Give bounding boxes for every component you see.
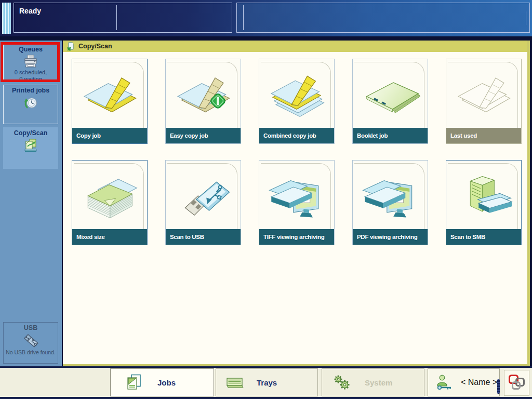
tab-label: System (365, 378, 392, 387)
tab-jobs[interactable]: Jobs (110, 368, 214, 396)
tile-copy-job[interactable]: Copy job (72, 59, 148, 144)
usb-stick-outline-icon (21, 333, 40, 349)
tile-label: Booklet job (353, 128, 428, 143)
copy-scan-icon (22, 138, 39, 153)
app-switch-button[interactable] (504, 370, 529, 396)
bottom-bar: Jobs Trays System < Name > (0, 366, 532, 399)
combined-copy-job-icon (267, 70, 327, 118)
main-header-title: Copy/Scan (78, 43, 112, 50)
sidebar-item-usb: USB No USB drive found. (3, 322, 58, 364)
tab-label: Trays (257, 378, 277, 387)
tile-combined-copy-job[interactable]: Combined copy job (259, 59, 335, 144)
usb-stick-icon (173, 171, 233, 220)
overlapping-windows-icon (507, 374, 527, 392)
scan-to-monitor-icon (360, 171, 420, 220)
tile-art (260, 60, 334, 128)
tile-art (353, 161, 427, 229)
main-panel: Copy/Scan Copy job Easy copy job Combine… (63, 41, 530, 366)
sidebar-item-queues[interactable]: Queues 0 scheduled,0 waiting (3, 44, 58, 81)
tile-label: PDF viewing archiving (353, 229, 428, 245)
scan-to-monitor-icon (267, 171, 327, 220)
main-header: Copy/Scan (63, 41, 527, 52)
user-login-button[interactable]: < Name > (428, 368, 500, 396)
sidebar-item-subtext: No USB drive found. (6, 349, 56, 356)
tile-scan-to-smb[interactable]: Scan to SMB (446, 160, 522, 245)
user-name-label: < Name > (461, 378, 497, 387)
tile-grid: Copy job Easy copy job Combined copy job… (63, 52, 527, 245)
tile-art (73, 161, 147, 229)
printer-status-text: Ready (19, 7, 41, 15)
sidebar-item-label: Copy/Scan (14, 128, 48, 137)
tile-label: Mixed size (72, 229, 147, 245)
sidebar-item-subtext: 0 scheduled, (15, 69, 47, 76)
tile-art (447, 60, 521, 128)
sidebar-item-label: USB (24, 323, 37, 331)
sidebar-item-subtext: 0 waiting (19, 76, 42, 83)
scan-to-server-icon (454, 171, 514, 220)
tile-art (260, 161, 334, 229)
mixed-size-icon (79, 171, 140, 220)
tile-label: Scan to SMB (446, 229, 521, 245)
user-key-icon (435, 374, 454, 391)
tab-label: Jobs (157, 378, 176, 387)
tile-label: Scan to USB (166, 229, 241, 245)
jobs-icon (125, 374, 144, 391)
tab-trays[interactable]: Trays (216, 368, 318, 396)
tile-pdf-viewing-archiving[interactable]: PDF viewing archiving (352, 160, 428, 245)
stripes-decoration (2, 3, 11, 34)
sidebar-item-printed-jobs[interactable]: Printed jobs (3, 85, 58, 124)
copy-job-icon (79, 70, 140, 118)
last-used-icon (454, 70, 514, 118)
sidebar-item-label: Printed jobs (12, 85, 49, 94)
separator-grip (497, 379, 500, 394)
new-document-icon (66, 42, 75, 51)
easy-copy-job-icon (173, 70, 233, 118)
tile-label: Last used (446, 128, 521, 143)
tile-art (73, 60, 147, 128)
tile-scan-to-usb[interactable]: Scan to USB (165, 160, 241, 245)
printer-status-panel: Ready (14, 3, 232, 33)
sidebar-item-label: Queues (19, 44, 43, 53)
top-status-bar: Ready (0, 0, 532, 36)
tile-mixed-size[interactable]: Mixed size (72, 160, 148, 245)
history-icon (22, 96, 39, 111)
panel-divider (526, 11, 526, 25)
system-icon (332, 374, 351, 391)
tile-art (447, 161, 521, 229)
tile-label: Easy copy job (166, 128, 241, 143)
media-status-panel (236, 3, 530, 33)
tab-system: System (322, 368, 424, 396)
tile-label: Copy job (72, 128, 147, 143)
booklet-job-icon (360, 70, 420, 118)
panel-divider (116, 5, 117, 30)
tile-booklet-job[interactable]: Booklet job (352, 59, 428, 144)
tile-easy-copy-job[interactable]: Easy copy job (165, 59, 241, 144)
printer-icon (23, 55, 38, 69)
tile-art (353, 60, 427, 128)
sidebar: Queues 0 scheduled,0 waitingPrinted jobs… (0, 41, 62, 366)
panel-divider (243, 5, 244, 30)
tile-tiff-viewing-archiving[interactable]: TIFF viewing archiving (259, 160, 335, 245)
tile-art (166, 161, 240, 229)
tile-art (166, 60, 240, 128)
tile-label: TIFF viewing archiving (259, 229, 334, 245)
sidebar-item-copy-scan[interactable]: Copy/Scan (3, 127, 58, 169)
trays-icon (225, 374, 244, 391)
tile-label: Combined copy job (259, 128, 334, 143)
tile-last-used: Last used (446, 59, 522, 144)
